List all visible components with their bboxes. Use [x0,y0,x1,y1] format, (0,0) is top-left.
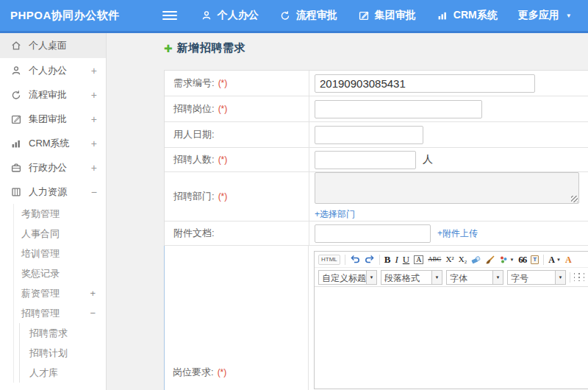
required-mark: (*) [218,104,228,114]
sidebar-item-label: 人力资源 [29,185,91,199]
select-department-link[interactable]: +选择部门 [315,208,355,221]
sidebar-item-group-approval[interactable]: 集团审批 + [0,107,106,131]
sidebar-item-crm[interactable]: CRM系统 + [0,131,106,155]
user-icon [10,65,22,77]
caret-down-icon: ▼ [566,13,572,19]
sidebar-item-administration[interactable]: 行政办公 + [0,155,106,180]
required-mark: (*) [218,367,227,377]
sidebar-item-recruit-demand[interactable]: 招聘需求 [20,323,106,343]
sidebar-item-label: 行政办公 [29,161,91,174]
hire-date-input[interactable] [315,126,423,144]
nav-label: 集团审批 [375,9,416,22]
italic-button[interactable]: I [395,255,398,264]
demand-no-input[interactable] [315,74,535,93]
expand-toggle[interactable]: + [90,288,96,299]
expand-toggle[interactable]: + [91,113,97,125]
collapse-toggle[interactable]: − [91,186,97,198]
rich-text-editor: HTML B I U A ABC X² X₂ ▼ [314,251,588,389]
sidebar-item-personal-desktop[interactable]: 个人桌面 [0,33,106,58]
department-textarea[interactable] [315,172,579,204]
sidebar-item-talent-pool[interactable]: 人才库 [20,363,106,383]
home-icon [10,40,22,52]
background-color-button[interactable]: A [565,255,572,264]
caret-down-icon: ▼ [492,271,503,284]
align-right-icon[interactable] [584,273,584,281]
eraser-icon[interactable] [471,255,481,264]
headcount-unit: 人 [423,153,433,166]
field-label: 招聘人数:(*) [165,148,309,171]
sidebar-item-personal-office[interactable]: 个人办公 + [0,58,106,82]
page-title-text: 新增招聘需求 [177,41,245,55]
expand-toggle[interactable]: + [91,162,97,174]
strikethrough-button[interactable]: ABC [428,257,441,263]
nav-label: 流程审批 [296,9,337,22]
nav-more-apps[interactable]: 更多应用 ▼ [508,0,582,31]
field-label: 用人日期: [165,122,309,147]
hr-submenu: 考勤管理 人事合同 培训管理 奖惩记录 薪资管理 + 招聘管理 − 招聘需求 招… [13,204,106,383]
briefcase-icon [10,162,22,174]
app-header: PHPOA协同办公软件 个人办公 流程审批 集团审批 CRM系统 更多应用 ▼ [0,0,588,33]
editor-toolbar-row2: 自定义标题 ▼ 段落格式 ▼ 字体 ▼ 字号 ▼ [315,268,588,287]
format-brush-icon[interactable] [485,255,495,264]
blockquote-button[interactable]: 66 [518,255,526,264]
form-row-requirements: 岗位要求:(*) HTML B I U A ABC X² [165,246,588,390]
sidebar-item-workflow-approval[interactable]: 流程审批 + [0,82,106,107]
subscript-button[interactable]: X₂ [459,255,467,263]
color-palette-icon[interactable]: ▼ [499,255,514,264]
sidebar-item-attendance[interactable]: 考勤管理 [14,204,106,224]
nav-crm-system[interactable]: CRM系统 [426,0,508,31]
field-label: 需求编号:(*) [165,71,309,96]
align-center-icon[interactable] [578,273,579,281]
nav-workflow-approval[interactable]: 流程审批 [269,0,348,31]
font-size-select[interactable]: 字号 ▼ [507,270,566,285]
caret-down-icon: ▼ [366,271,376,284]
sidebar-item-training[interactable]: 培训管理 [14,244,106,263]
bold-button[interactable]: B [384,255,391,264]
form-row-position: 招聘岗位:(*) [165,96,588,122]
field-label: 岗位要求:(*) [164,246,309,390]
align-left-icon[interactable] [574,273,575,281]
redo-icon[interactable] [365,255,375,264]
nav-group-approval[interactable]: 集团审批 [348,0,426,31]
sidebar-item-hr[interactable]: 人力资源 − [0,180,106,204]
user-icon [201,10,212,21]
font-color-button[interactable]: A▼ [548,255,561,264]
sidebar-item-hr-contract[interactable]: 人事合同 [14,224,106,244]
caret-down-icon: ▼ [556,258,561,262]
expand-toggle[interactable]: + [91,138,97,149]
undo-icon[interactable] [350,255,360,264]
recruit-submenu: 招聘需求 招聘计划 人才库 [19,323,106,383]
sidebar-item-label: 个人桌面 [29,39,97,52]
font-style-button[interactable]: A [414,255,423,264]
plus-icon: ✚ [164,43,173,54]
form-row-headcount: 招聘人数:(*) 人 [165,148,588,172]
attachment-upload-link[interactable]: +附件上传 [437,227,478,240]
attachment-input[interactable] [315,224,431,243]
editor-content-area[interactable] [315,287,588,389]
required-mark: (*) [218,155,228,165]
paragraph-format-select[interactable]: 段落格式 ▼ [381,270,442,285]
sidebar-item-recruit-mgmt[interactable]: 招聘管理 − [14,303,106,323]
nav-personal-office[interactable]: 个人办公 [190,0,269,31]
sidebar-item-label: 流程审批 [29,88,91,102]
page-title: ✚ 新增招聘需求 [164,41,245,55]
sidebar-item-salary[interactable]: 薪资管理 + [14,283,106,303]
superscript-button[interactable]: X² [445,255,453,263]
html-source-button[interactable]: HTML [318,255,340,265]
collapse-toggle[interactable]: − [90,308,96,319]
nav-label: CRM系统 [453,9,498,22]
sidebar-item-rewards[interactable]: 奖惩记录 [14,263,106,283]
position-input[interactable] [315,100,482,118]
headcount-input[interactable] [315,151,416,169]
font-family-select[interactable]: 字体 ▼ [446,270,503,285]
menu-toggle-icon[interactable] [162,9,177,22]
top-navigation: 个人办公 流程审批 集团审批 CRM系统 更多应用 ▼ [190,0,582,31]
paste-text-icon[interactable]: T [531,255,539,264]
heading-select[interactable]: 自定义标题 ▼ [318,270,377,285]
expand-toggle[interactable]: + [91,89,97,101]
sidebar-item-recruit-plan[interactable]: 招聘计划 [20,343,106,363]
expand-toggle[interactable]: + [91,65,97,77]
editor-toolbar-row1: HTML B I U A ABC X² X₂ ▼ [315,252,588,268]
underline-button[interactable]: U [403,255,409,264]
sidebar-item-label: CRM系统 [29,137,91,150]
